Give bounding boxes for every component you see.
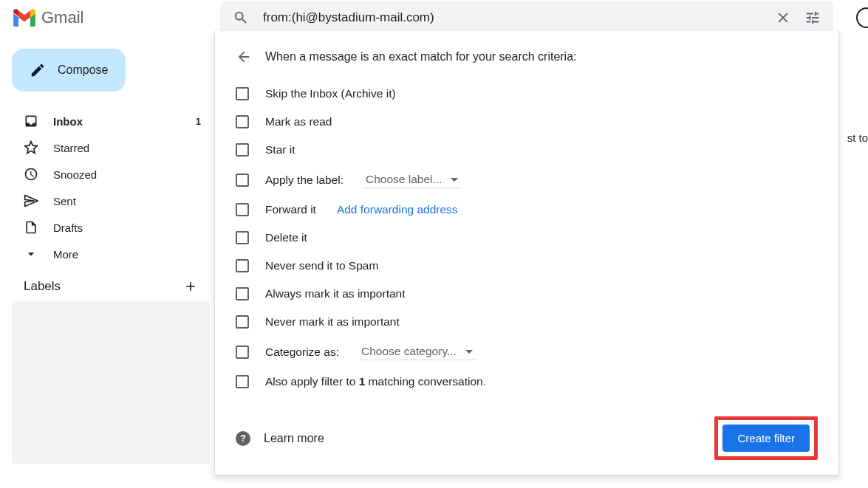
learn-more-wrap: ? Learn more xyxy=(236,431,324,446)
sidebar-item-snoozed[interactable]: Snoozed xyxy=(7,161,214,188)
checkbox-star[interactable] xyxy=(236,143,249,157)
close-icon xyxy=(775,10,791,26)
plus-icon[interactable] xyxy=(183,279,198,294)
checkbox-mark-read[interactable] xyxy=(236,115,249,128)
snoozed-label: Snoozed xyxy=(53,168,97,181)
highlight-annotation: Create filter xyxy=(714,416,818,460)
drafts-label: Drafts xyxy=(53,221,83,234)
labels-heading: Labels xyxy=(24,279,61,294)
dropdown-arrow-icon xyxy=(451,178,458,182)
learn-more-link[interactable]: Learn more xyxy=(264,432,324,445)
checkbox-delete[interactable] xyxy=(236,231,249,244)
filter-panel: When a message is an exact match for you… xyxy=(214,31,839,475)
compose-button[interactable]: Compose xyxy=(12,49,126,92)
star-icon xyxy=(24,140,38,155)
send-icon xyxy=(24,193,38,208)
header-right-partial xyxy=(856,7,868,28)
filter-heading: When a message is an exact match for you… xyxy=(265,50,577,63)
checkbox-forward[interactable] xyxy=(236,203,249,216)
sidebar-item-starred[interactable]: Starred xyxy=(7,134,214,161)
filter-row-star: Star it xyxy=(236,136,818,164)
back-arrow-icon[interactable] xyxy=(236,49,252,65)
inbox-count: 1 xyxy=(196,116,201,127)
checkbox-always-important[interactable] xyxy=(236,287,249,300)
search-icon-button[interactable] xyxy=(226,3,256,32)
compose-label: Compose xyxy=(58,63,108,77)
filter-row-skip-inbox: Skip the Inbox (Archive it) xyxy=(236,80,818,108)
dropdown-choose-category[interactable]: Choose category... xyxy=(358,343,476,360)
sidebar-item-drafts[interactable]: Drafts xyxy=(7,214,214,241)
inbox-label: Inbox xyxy=(53,115,83,128)
label-never-important: Never mark it as important xyxy=(265,315,400,329)
sidebar-item-more[interactable]: More xyxy=(7,241,214,267)
dropdown-choose-category-text: Choose category... xyxy=(361,345,457,358)
gmail-title: Gmail xyxy=(41,8,83,27)
filter-row-delete: Delete it xyxy=(236,224,818,252)
sidebar: Compose Inbox 1 Starred Snoozed Sent Dra… xyxy=(0,35,214,488)
checkbox-also-apply[interactable] xyxy=(236,375,249,388)
content-area: st to When a message is an exact match f… xyxy=(214,35,868,488)
checkbox-never-spam[interactable] xyxy=(236,259,249,272)
checkbox-skip-inbox[interactable] xyxy=(236,87,249,100)
label-delete: Delete it xyxy=(265,231,307,244)
background-partial-text: st to xyxy=(847,131,868,144)
filter-row-never-important: Never mark it as important xyxy=(236,308,818,336)
checkbox-apply-label[interactable] xyxy=(236,173,249,187)
checkbox-never-important[interactable] xyxy=(236,315,249,329)
search-icon xyxy=(233,10,249,26)
search-input[interactable] xyxy=(256,10,768,25)
filter-row-never-spam: Never send it to Spam xyxy=(236,252,818,280)
filter-row-also-apply: Also apply filter to 1 matching conversa… xyxy=(236,368,818,396)
dropdown-choose-label[interactable]: Choose label... xyxy=(363,171,461,188)
sidebar-item-inbox[interactable]: Inbox 1 xyxy=(7,108,214,134)
clear-search-button[interactable] xyxy=(768,3,798,32)
create-filter-button[interactable]: Create filter xyxy=(722,425,810,452)
filter-row-always-important: Always mark it as important xyxy=(236,280,818,308)
gmail-logo-icon xyxy=(13,9,35,27)
more-label: More xyxy=(53,248,78,261)
label-apply-label: Apply the label: xyxy=(265,173,344,187)
link-add-forwarding[interactable]: Add forwarding address xyxy=(337,203,458,216)
gmail-logo-area[interactable]: Gmail xyxy=(6,8,220,27)
dropdown-arrow-icon xyxy=(465,350,473,354)
filter-row-mark-read: Mark as read xyxy=(236,108,818,136)
label-also-apply: Also apply filter to 1 matching conversa… xyxy=(265,375,486,388)
checkbox-categorize[interactable] xyxy=(236,346,249,359)
tune-icon xyxy=(804,10,821,26)
label-categorize: Categorize as: xyxy=(265,346,339,359)
inbox-icon xyxy=(24,114,38,128)
starred-label: Starred xyxy=(53,142,89,154)
label-star: Star it xyxy=(265,143,295,157)
clock-icon xyxy=(24,167,38,182)
search-bar xyxy=(220,1,833,35)
sent-label: Sent xyxy=(53,195,76,207)
label-never-spam: Never send it to Spam xyxy=(265,259,378,272)
help-icon[interactable]: ? xyxy=(236,431,250,446)
label-mark-read: Mark as read xyxy=(265,115,332,128)
search-options-button[interactable] xyxy=(798,3,827,32)
filter-row-apply-label: Apply the label: Choose label... xyxy=(236,164,818,196)
pencil-icon xyxy=(30,62,46,78)
label-forward: Forward it xyxy=(265,203,316,216)
dropdown-choose-label-text: Choose label... xyxy=(366,173,442,186)
file-icon xyxy=(24,220,38,235)
chevron-down-icon xyxy=(24,247,38,261)
labels-header: Labels xyxy=(7,267,214,301)
filter-row-forward: Forward it Add forwarding address xyxy=(236,196,818,224)
label-always-important: Always mark it as important xyxy=(265,287,406,300)
sidebar-item-sent[interactable]: Sent xyxy=(7,188,214,214)
label-skip-inbox: Skip the Inbox (Archive it) xyxy=(265,87,396,100)
filter-row-categorize: Categorize as: Choose category... xyxy=(236,336,818,368)
labels-empty-area xyxy=(12,301,210,464)
